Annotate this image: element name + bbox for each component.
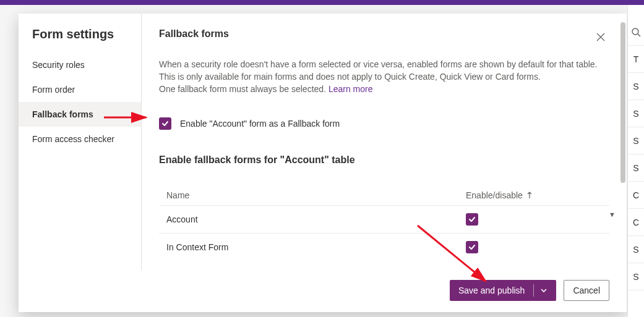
- form-settings-dialog: Form settings Security rolesForm orderFa…: [19, 14, 627, 312]
- enable-fallback-checkbox[interactable]: [159, 117, 171, 130]
- background-cell: S: [628, 154, 644, 182]
- close-button[interactable]: [592, 28, 609, 46]
- obscured-background-column: TSSSSCCSS: [627, 5, 644, 317]
- form-name-cell: In Context Form: [166, 242, 466, 252]
- background-cell: S: [628, 127, 644, 154]
- table-row: In Context Form: [159, 233, 609, 261]
- content-title: Fallback forms: [159, 28, 592, 40]
- desc-line3: One fallback form must always be selecte…: [159, 84, 328, 94]
- enable-cell: [466, 213, 602, 226]
- fallback-forms-table: Name Enable/disable AccountIn Context Fo…: [159, 185, 609, 261]
- sidebar-item-form-order[interactable]: Form order: [19, 77, 141, 102]
- dialog-footer: Save and publish Cancel: [19, 270, 627, 312]
- desc-line1: When a security role doesn't have a form…: [159, 59, 597, 69]
- learn-more-link[interactable]: Learn more: [328, 84, 373, 94]
- app-top-bar: [0, 0, 644, 5]
- background-cell: S: [628, 73, 644, 100]
- description-text: When a security role doesn't have a form…: [159, 58, 609, 95]
- enable-cell: [466, 241, 602, 253]
- close-icon: [596, 32, 606, 42]
- sidebar-item-form-access-checker[interactable]: Form access checker: [19, 127, 141, 151]
- checkmark-icon: [161, 120, 169, 127]
- background-cell: S: [628, 236, 644, 263]
- background-cell: T: [628, 46, 644, 73]
- split-divider: [533, 284, 534, 297]
- cancel-label: Cancel: [573, 285, 600, 295]
- cancel-button[interactable]: Cancel: [564, 280, 609, 301]
- desc-line2: This is only available for main forms an…: [159, 72, 541, 82]
- content-pane: Fallback forms When a security role does…: [142, 14, 627, 270]
- chevron-down-icon[interactable]: [540, 287, 547, 294]
- row-enable-checkbox[interactable]: [466, 241, 478, 253]
- enable-fallback-label: Enable "Account" form as a Fallback form: [180, 119, 340, 129]
- background-cell: S: [628, 100, 644, 127]
- sidebar-item-fallback-forms[interactable]: Fallback forms: [19, 102, 141, 127]
- scrollbar-thumb[interactable]: [620, 22, 625, 183]
- row-enable-checkbox[interactable]: [466, 213, 478, 226]
- content-scrollbar[interactable]: [619, 22, 627, 195]
- checkmark-icon: [468, 216, 476, 223]
- section-title: Enable fallback forms for "Account" tabl…: [159, 154, 609, 166]
- column-header-name[interactable]: Name: [166, 190, 466, 200]
- table-row: Account: [159, 205, 609, 233]
- sidebar-title: Form settings: [19, 27, 141, 53]
- search-icon[interactable]: [631, 27, 641, 37]
- background-cell: C: [628, 182, 644, 209]
- scroll-down-icon[interactable]: ▼: [609, 211, 616, 218]
- form-name-cell: Account: [166, 214, 466, 224]
- svg-point-0: [632, 28, 638, 35]
- sidebar-item-security-roles[interactable]: Security roles: [19, 53, 141, 77]
- background-cell: S: [628, 263, 644, 290]
- settings-sidebar: Form settings Security rolesForm orderFa…: [19, 14, 142, 270]
- column-header-enable[interactable]: Enable/disable: [466, 190, 602, 200]
- save-and-publish-label: Save and publish: [458, 285, 525, 295]
- background-cell: C: [628, 209, 644, 236]
- save-and-publish-button[interactable]: Save and publish: [450, 280, 556, 301]
- sort-asc-icon: [526, 192, 533, 199]
- checkmark-icon: [468, 243, 476, 251]
